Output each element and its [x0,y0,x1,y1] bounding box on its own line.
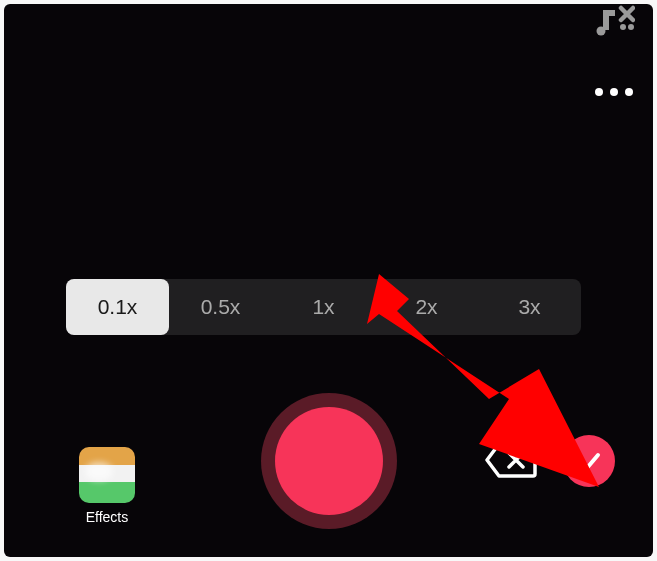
svg-point-2 [628,24,634,30]
top-right-toolbar [595,4,635,96]
speed-option-1x[interactable]: 1x [272,279,375,335]
delete-clip-button[interactable] [485,441,537,479]
bottom-controls: Effects [4,389,653,539]
speed-option-0-1x[interactable]: 0.1x [66,279,169,335]
effects-thumbnail-icon [79,447,135,503]
dot-icon [595,88,603,96]
dot-icon [625,88,633,96]
dot-icon [610,88,618,96]
svg-point-0 [597,27,606,36]
record-inner-icon [275,407,383,515]
sound-cut-icon[interactable] [595,4,635,44]
effects-button[interactable]: Effects [79,447,135,525]
camera-viewport: 0.1x 0.5x 1x 2x 3x Effects [4,4,653,557]
speed-option-0-5x[interactable]: 0.5x [169,279,272,335]
confirm-button[interactable] [563,435,615,487]
record-button[interactable] [261,393,397,529]
check-icon [575,447,603,475]
speed-option-2x[interactable]: 2x [375,279,478,335]
effects-label: Effects [86,509,129,525]
svg-point-1 [620,24,626,30]
more-options-icon[interactable] [595,76,635,96]
speed-option-3x[interactable]: 3x [478,279,581,335]
speed-selector: 0.1x 0.5x 1x 2x 3x [66,279,581,335]
